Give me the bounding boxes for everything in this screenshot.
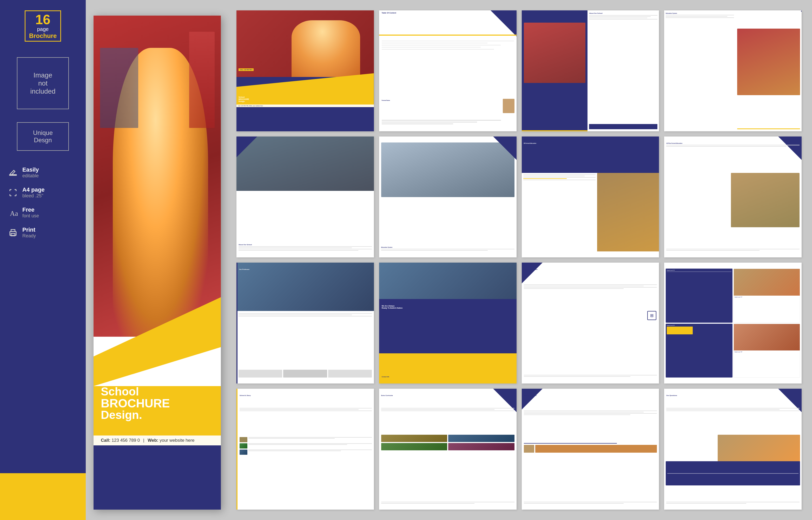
call-number: 123 456 789 0 [112, 438, 140, 443]
thumb-education-left: About Our School [236, 136, 374, 257]
cover-photo-area [93, 16, 221, 337]
about-school-label: About Our School [589, 12, 657, 14]
badge-brochure-label: Brochure [29, 32, 57, 40]
a4-label: A4 page [22, 186, 45, 193]
easily-label: Easily [22, 166, 39, 173]
print-label: Print [22, 227, 36, 233]
badge-page-label: page [37, 26, 49, 32]
cover-diagonal-cut [93, 347, 221, 386]
a4-sublabel: bleed .25" [22, 193, 45, 199]
font-sublabel: font use [22, 213, 39, 219]
feature-list: Easily editable A4 page bleed .25" Aa Fr… [5, 166, 81, 239]
cover-school: School [101, 386, 170, 397]
thumb-questions-right: Our Questions [664, 389, 802, 510]
thumb-extracurricular-right: Extra Curricular [379, 389, 516, 510]
easily-sublabel: editable [22, 173, 39, 179]
sidebar-yellow-bar [0, 473, 86, 520]
sidebar: 16 page Brochure Imagenotincluded Unique… [0, 0, 86, 520]
call-label: Call: [101, 438, 110, 443]
cover-design: Design. [101, 409, 170, 421]
thumb-facilities-left: School Facilities [522, 389, 659, 510]
image-not-included-badge: Imagenotincluded [17, 57, 69, 109]
thumb-education-right: Education System [379, 136, 516, 257]
thumb-professor-right: We Are AlwaysReady To Build A Nation Con… [379, 263, 516, 384]
thumb-classes-left: Classes & Grades ⊞ [522, 263, 659, 384]
print-sublabel: Ready [22, 233, 36, 239]
thumb-about-left: About Our School [522, 10, 659, 131]
font-label: Free [22, 206, 39, 213]
unique-design-text: UniqueDesgn [33, 129, 53, 144]
thumb-cover-left: School BROCHURE Design. CALL: 123 456 78… [236, 10, 374, 131]
thumb-toc: Table Of Content Format Name [379, 10, 516, 131]
badge-16page: 16 page Brochure [25, 10, 61, 42]
feature-free-font: Aa Free font use [8, 206, 78, 219]
feature-print-ready: Print Ready [8, 227, 78, 239]
thumb-school-story-left: School & Story [236, 389, 374, 510]
svg-text:Aa: Aa [10, 210, 18, 217]
thumb-formal-left: IB Formal Education [522, 136, 659, 257]
resize-icon [8, 187, 18, 198]
feature-easily-text: Easily editable [22, 166, 39, 179]
font-icon: Aa [8, 207, 18, 218]
feature-easily-editable: Easily editable [8, 166, 78, 179]
thumb-formal-right: All Plan Formal Education [664, 136, 802, 257]
cover-bg-books [100, 48, 138, 128]
thumb-classes-right: Grade Level "A" Grade Level "C" Grade Le… [664, 263, 802, 384]
thumb-professor-left: Our Professor [236, 263, 374, 384]
feature-font-text: Free font use [22, 206, 39, 219]
brochure-cover: School BROCHURE Design. Call: 123 456 78… [93, 16, 221, 510]
image-not-included-text: Imagenotincluded [30, 71, 56, 96]
cover-navy-footer [93, 445, 221, 510]
badge-number: 16 [35, 13, 50, 26]
cover-contact-bar: Call: 123 456 789 0 | Web: your website … [93, 436, 221, 445]
thumb-about-right: Education System [664, 10, 802, 131]
cover-headline: School BROCHURE Design. [101, 386, 170, 421]
print-icon [8, 228, 18, 238]
cover-bg-shelf [189, 32, 215, 128]
feature-print-text: Print Ready [22, 227, 36, 239]
feature-a4-text: A4 page bleed .25" [22, 186, 45, 199]
cover-brochure: BROCHURE [101, 397, 170, 409]
web-label: Web: [147, 438, 158, 443]
feature-a4-page: A4 page bleed .25" [8, 186, 78, 199]
thumbnail-grid: School BROCHURE Design. CALL: 123 456 78… [236, 10, 802, 510]
main-content: School BROCHURE Design. Call: 123 456 78… [86, 0, 812, 520]
unique-design-badge: UniqueDesgn [17, 122, 69, 151]
edit-icon [8, 167, 18, 178]
svg-rect-3 [11, 233, 15, 236]
web-value: your website here [160, 438, 194, 443]
